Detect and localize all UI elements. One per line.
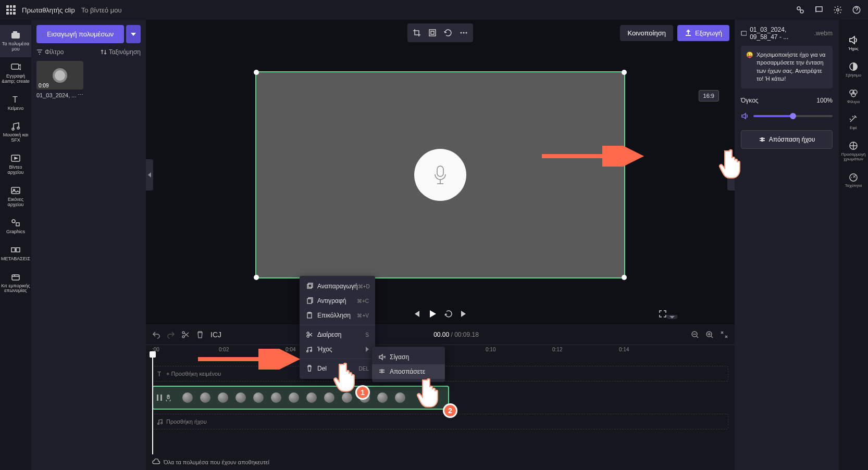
aspect-ratio-badge[interactable]: 16:9 xyxy=(699,90,719,101)
ctx-paste[interactable]: Επικόλληση ⌘+V xyxy=(300,308,375,323)
ctx-copy[interactable]: Αντιγραφή ⌘+C xyxy=(300,294,375,308)
rewards-icon[interactable] xyxy=(795,5,805,15)
import-media-button[interactable]: Εισαγωγή πολυμέσων xyxy=(36,25,124,43)
rsidebar-item-adjust-colors[interactable]: Προσαρμογή χρωμάτων xyxy=(839,136,868,167)
skip-start-button[interactable] xyxy=(412,310,420,318)
svg-rect-7 xyxy=(11,64,19,69)
crop-button[interactable] xyxy=(410,26,424,40)
expand-left-button[interactable] xyxy=(146,159,153,190)
filter-button[interactable]: Φίλτρο xyxy=(36,48,64,56)
rsidebar-item-fade[interactable]: Σβήσιμο xyxy=(839,57,868,83)
import-dropdown-button[interactable] xyxy=(126,25,141,43)
sidebar-item-record[interactable]: Εγγραφή &amp; create xyxy=(0,57,31,90)
project-name[interactable]: Το βίντεό μου xyxy=(81,6,122,14)
sidebar-item-graphics[interactable]: Graphics xyxy=(0,213,31,240)
resize-handle-tl[interactable] xyxy=(254,70,259,75)
svg-rect-35 xyxy=(741,31,747,35)
media-clip-menu-icon[interactable]: ⋯ xyxy=(78,92,83,98)
video-clip[interactable] xyxy=(152,386,449,410)
audio-submenu: Σίγαση Αποσπάσετε xyxy=(372,347,445,382)
zoom-in-button[interactable] xyxy=(705,331,714,339)
media-clip-item[interactable]: 0:09 01_03_2024, ... ⋯ xyxy=(36,61,141,98)
svg-rect-44 xyxy=(307,299,312,303)
rsidebar-item-speed[interactable]: Ταχύτητα xyxy=(839,167,868,194)
tip-box: 😜 Χρησιμοποιήστε ήχο για να προσαρμόσετε… xyxy=(741,46,833,88)
playhead[interactable] xyxy=(152,357,153,454)
export-button[interactable]: Εξαγωγή xyxy=(677,25,729,41)
ctx-split[interactable]: Διαίρεση S xyxy=(300,327,375,342)
share-button[interactable]: Κοινοποίηση xyxy=(620,25,673,41)
sidebar-item-text[interactable]: T Κείμενο xyxy=(0,90,31,117)
sidebar-item-brand-kit[interactable]: Κιτ εμπορικής επωνυμίας xyxy=(0,267,31,299)
svg-point-34 xyxy=(161,423,163,424)
sidebar-item-my-media[interactable]: Τα πολυμέσα μου xyxy=(0,25,31,57)
svg-point-3 xyxy=(837,9,839,11)
svg-rect-12 xyxy=(11,187,20,194)
svg-rect-24 xyxy=(437,166,443,176)
play-button[interactable] xyxy=(428,309,437,319)
zoom-out-button[interactable] xyxy=(691,331,699,339)
sidebar-item-transitions[interactable]: ΜΕΤΑΒΑΣΕΙΣ xyxy=(0,240,31,267)
zoom-fit-button[interactable] xyxy=(720,331,728,339)
sidebar-item-stock-images[interactable]: Εικόνες αρχείου xyxy=(0,181,31,213)
sort-button[interactable]: Ταξινόμηση xyxy=(101,48,141,56)
more-options-button[interactable] xyxy=(456,26,471,40)
selected-clip-name: 01_03_2024, 09_58_47 - ... .webm xyxy=(741,26,833,41)
svg-rect-20 xyxy=(431,31,434,34)
rotate-button[interactable] xyxy=(441,26,455,40)
svg-point-10 xyxy=(17,127,19,129)
ctx-duplicate[interactable]: Αναπαραγωγή ⌘+D xyxy=(300,279,375,294)
skip-forward-button[interactable] xyxy=(444,310,453,318)
fullscreen-button[interactable] xyxy=(659,310,667,318)
feedback-icon[interactable] xyxy=(814,5,824,15)
delete-button[interactable] xyxy=(196,331,204,339)
svg-rect-15 xyxy=(16,223,19,226)
clip-context-menu: Αναπαραγωγή ⌘+D Αντιγραφή ⌘+C Επικόλληση… xyxy=(300,276,375,379)
apps-grid-icon[interactable] xyxy=(6,5,16,15)
expand-right-button[interactable] xyxy=(727,159,735,190)
svg-rect-5 xyxy=(11,33,20,39)
help-icon[interactable] xyxy=(851,5,862,15)
svg-rect-16 xyxy=(11,248,15,252)
svg-rect-6 xyxy=(13,31,17,33)
svg-point-25 xyxy=(182,332,184,334)
audio-track[interactable]: Προσθήκη ήχου xyxy=(152,414,728,429)
redo-button[interactable] xyxy=(167,331,175,339)
detach-audio-button[interactable]: Απόσπαση ήχου xyxy=(741,130,833,149)
split-button[interactable] xyxy=(181,331,190,339)
app-name: Πρωταθλητής clip xyxy=(22,6,75,14)
collapse-right-panel-button[interactable] xyxy=(667,315,677,319)
skip-end-button[interactable] xyxy=(460,310,468,318)
video-preview[interactable] xyxy=(255,71,625,278)
rsidebar-item-effects[interactable]: Εφέ xyxy=(839,109,868,136)
cloud-icon xyxy=(152,459,160,466)
svg-rect-42 xyxy=(307,284,312,288)
svg-rect-30 xyxy=(157,395,158,401)
ctx-audio[interactable]: Ήχος xyxy=(300,342,375,357)
rsidebar-item-audio[interactable]: Ήχος xyxy=(839,30,868,57)
sidebar-item-stock-video[interactable]: Βίντεο αρχείου xyxy=(0,148,31,181)
submenu-detach[interactable]: Αποσπάσετε xyxy=(372,364,445,379)
svg-point-14 xyxy=(12,220,15,223)
svg-point-48 xyxy=(307,335,309,337)
svg-point-49 xyxy=(307,351,308,352)
resize-handle-tr[interactable] xyxy=(622,70,627,75)
svg-point-50 xyxy=(311,350,312,352)
sidebar-item-music[interactable]: Μουσική και SFX xyxy=(0,116,31,148)
svg-rect-18 xyxy=(12,275,19,280)
resize-handle-bl[interactable] xyxy=(254,275,259,280)
svg-rect-43 xyxy=(308,283,313,287)
submenu-mute[interactable]: Σίγαση xyxy=(372,350,445,364)
svg-point-23 xyxy=(466,32,467,34)
svg-point-0 xyxy=(797,7,800,10)
ctx-delete[interactable]: Del DEL xyxy=(300,361,375,376)
resize-handle-br[interactable] xyxy=(622,275,627,280)
settings-icon[interactable] xyxy=(833,5,843,15)
volume-slider[interactable] xyxy=(753,115,833,117)
rsidebar-item-filters[interactable]: Φίλτρα xyxy=(839,83,868,110)
svg-point-1 xyxy=(800,10,803,13)
fit-button[interactable] xyxy=(425,26,440,40)
volume-icon[interactable] xyxy=(741,112,749,120)
undo-button[interactable] xyxy=(152,331,160,339)
svg-text:T: T xyxy=(157,371,162,377)
